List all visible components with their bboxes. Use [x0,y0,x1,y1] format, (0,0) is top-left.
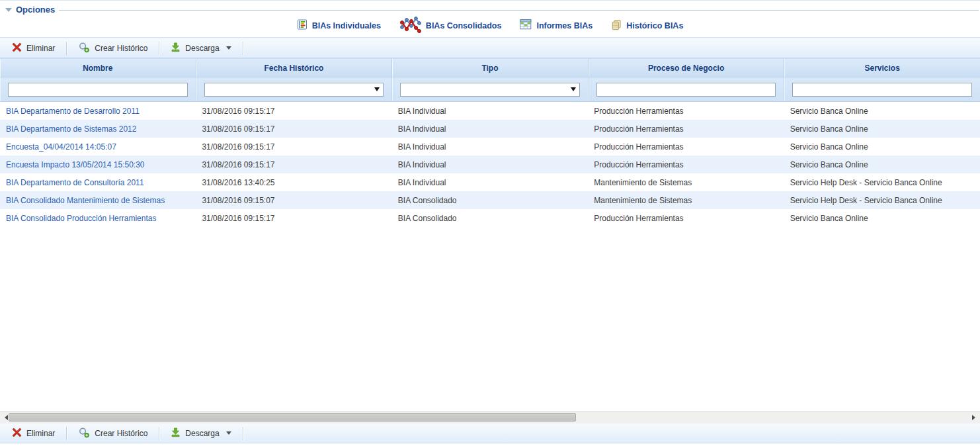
bia-nav-tabs: BIAs Individuales BI [0,14,980,38]
row-cell-fecha: 31/08/2016 09:15:07 [196,196,391,205]
table-row[interactable]: BIA Departamento de Consultoría 201131/0… [0,173,980,191]
row-cell-proceso: Producción Herramientas [588,214,784,223]
filter-select-input-2[interactable] [400,83,580,97]
filter-cell-3 [589,77,785,101]
crear-historico-button[interactable]: Crear Histórico [71,40,154,57]
nav-label: Informes BIAs [536,21,592,30]
row-cell-fecha: 31/08/2016 09:15:17 [196,124,391,134]
bottom-margin [0,443,980,448]
toolbar-separator [243,427,243,440]
row-name-link[interactable]: BIA Consolidado Mantenimiento de Sistema… [0,196,196,205]
horizontal-scrollbar[interactable] [0,411,980,423]
row-name-link[interactable]: Encuesta_04/04/2014 14:05:07 [0,142,196,152]
filter-text-input-3[interactable] [596,83,776,97]
chevron-down-icon [226,431,231,435]
filter-select-input-1[interactable] [204,83,384,97]
table-row[interactable]: Encuesta Impacto 13/05/2014 15:50:3031/0… [0,156,980,173]
column-header-3[interactable]: Proceso de Negocio [589,59,785,77]
row-cell-proceso: Mantenimiento de Sistemas [588,178,784,187]
row-cell-proceso: Mantenimiento de Sistemas [588,196,784,205]
column-header-1[interactable]: Fecha Histórico [196,59,393,77]
nav-item-bias-individuales[interactable]: BIAs Individuales [297,19,381,32]
row-cell-tipo: BIA Individual [392,142,588,152]
magnifier-plus-icon [78,427,90,440]
filter-text-input-4[interactable] [792,83,972,97]
filter-cell-1 [196,77,393,101]
toolbar-separator [66,42,67,55]
grid-body: BIA Departamento de Desarrollo 201131/08… [0,102,980,227]
row-name-link[interactable]: Encuesta Impacto 13/05/2014 15:50:30 [0,160,196,169]
toolbar-separator [243,42,243,55]
crear-historico-button-bottom[interactable]: Crear Histórico [71,425,154,442]
delete-x-icon [12,42,22,54]
spreadsheet-icon [520,19,532,32]
nav-item-informes-bias[interactable]: Informes BIAs [520,19,592,32]
options-panel-rule [59,10,979,11]
eliminar-button-bottom[interactable]: Eliminar [5,426,61,441]
row-name-link[interactable]: BIA Departamento de Consultoría 2011 [0,178,196,187]
table-row[interactable]: BIA Departamento de Sistemas 201231/08/2… [0,120,980,138]
download-icon [171,42,181,54]
row-cell-fecha: 31/08/2016 13:40:25 [196,178,391,187]
report-bars-icon [297,19,307,32]
row-cell-fecha: 31/08/2016 09:15:17 [196,107,391,116]
bottom-toolbar: Eliminar Crear Histórico Des [0,423,980,443]
row-cell-fecha: 31/08/2016 09:15:17 [196,214,391,223]
eliminar-button[interactable]: Eliminar [5,40,61,56]
crear-historico-label: Crear Histórico [95,44,147,53]
table-row[interactable]: Encuesta_04/04/2014 14:05:0731/08/2016 0… [0,138,980,156]
line-chart-icon [399,16,421,36]
magnifier-plus-icon [78,42,90,55]
grid-header-row: NombreFecha HistóricoTipoProceso de Nego… [0,58,980,77]
historico-bias-page: Opciones BIAs Individuales [0,0,980,448]
options-panel-title: Opciones [16,5,55,15]
row-cell-servicios: Servicio Banca Online [784,142,980,152]
row-name-link[interactable]: BIA Consolidado Producción Herramientas [0,214,196,223]
table-row[interactable]: BIA Departamento de Desarrollo 201131/08… [0,102,980,120]
row-cell-servicios: Servicio Help Desk - Servicio Banca Onli… [784,196,980,205]
row-name-link[interactable]: BIA Departamento de Desarrollo 2011 [0,107,196,116]
delete-x-icon [12,427,22,439]
filter-text-input-0[interactable] [8,83,188,97]
scroll-right-arrow-icon[interactable] [972,415,978,420]
column-header-0[interactable]: Nombre [0,59,196,77]
eliminar-label: Eliminar [26,429,55,438]
collapse-options-icon[interactable] [5,8,12,12]
descarga-label: Descarga [185,44,219,53]
copy-pages-icon [611,19,622,32]
filter-cell-2 [392,77,589,101]
column-header-4[interactable]: Servicios [784,59,980,77]
options-panel-header: Opciones [0,1,980,14]
grid-empty-area [0,227,980,411]
row-cell-fecha: 31/08/2016 09:15:17 [196,142,391,152]
row-cell-tipo: BIA Consolidado [392,196,588,205]
row-cell-servicios: Servicio Banca Online [784,160,980,169]
row-cell-proceso: Producción Herramientas [588,124,784,134]
nav-item-historico-bias[interactable]: Histórico BIAs [611,19,683,32]
column-header-2[interactable]: Tipo [392,59,589,77]
nav-label: BIAs Individuales [312,21,381,30]
nav-label: Histórico BIAs [626,21,683,30]
toolbar-separator [159,42,159,55]
row-cell-tipo: BIA Consolidado [392,214,588,223]
table-row[interactable]: BIA Consolidado Producción Herramientas3… [0,209,980,227]
row-cell-tipo: BIA Individual [392,107,588,116]
filter-cell-4 [784,77,980,101]
descarga-label: Descarga [185,429,219,438]
toolbar-separator [66,427,67,440]
toolbar-separator [159,427,159,440]
scroll-left-arrow-icon[interactable] [2,415,8,420]
filter-cell-0 [0,77,196,101]
row-name-link[interactable]: BIA Departamento de Sistemas 2012 [0,124,196,134]
row-cell-fecha: 31/08/2016 09:15:17 [196,160,391,169]
top-toolbar: Eliminar Crear Histórico Des [0,38,980,58]
descarga-button-bottom[interactable]: Descarga [164,426,237,441]
eliminar-label: Eliminar [26,44,55,53]
filter-select-2 [400,83,580,97]
nav-item-bias-consolidados[interactable]: BIAs Consolidados [399,16,502,36]
scrollbar-thumb[interactable] [9,413,576,422]
table-row[interactable]: BIA Consolidado Mantenimiento de Sistema… [0,191,980,209]
crear-historico-label: Crear Histórico [95,429,147,438]
row-cell-tipo: BIA Individual [392,124,588,134]
descarga-button[interactable]: Descarga [164,40,237,56]
